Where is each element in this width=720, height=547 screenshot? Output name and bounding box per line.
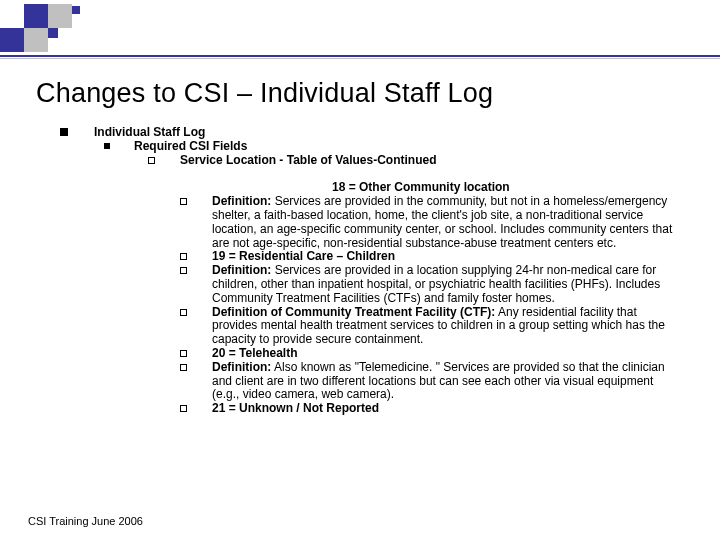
bullet-level-1: Individual Staff Log: [60, 126, 680, 140]
slide: Changes to CSI – Individual Staff Log In…: [0, 0, 720, 547]
square-bullet-icon: [104, 143, 112, 151]
definition-row: 21 = Unknown / Not Reported: [180, 402, 680, 416]
open-square-bullet-icon: [180, 364, 188, 372]
footer-text: CSI Training June 2006: [28, 515, 143, 527]
svg-rect-9: [181, 406, 187, 412]
definition-text: Definition of Community Treatment Facili…: [212, 306, 680, 347]
definition-row: Definition of Community Treatment Facili…: [180, 306, 680, 347]
open-square-bullet-icon: [180, 198, 188, 206]
definitions-block: 18 = Other Community location Definition…: [180, 181, 680, 416]
definition-row: Definition: Services are provided in the…: [180, 195, 680, 250]
divider-line-dark: [0, 55, 720, 57]
divider-line-light: [0, 58, 720, 59]
level2-text: Required CSI Fields: [134, 140, 247, 154]
svg-rect-3: [181, 199, 187, 205]
slide-content: Individual Staff Log Required CSI Fields…: [60, 126, 680, 416]
open-square-bullet-icon: [180, 253, 188, 261]
definition-row: Definition: Also known as "Telemedicine.…: [180, 361, 680, 402]
level3-text: Service Location - Table of Values-Conti…: [180, 154, 437, 168]
definition-row: 20 = Telehealth: [180, 347, 680, 361]
svg-rect-8: [181, 364, 187, 370]
open-square-bullet-icon: [180, 267, 188, 275]
definition-text: Definition: Services are provided in a l…: [212, 264, 680, 305]
slide-title: Changes to CSI – Individual Staff Log: [36, 78, 493, 109]
bullet-level-3: Service Location - Table of Values-Conti…: [148, 154, 680, 168]
level1-text: Individual Staff Log: [94, 126, 205, 140]
definition-text: Definition: Also known as "Telemedicine.…: [212, 361, 680, 402]
definition-text: 19 = Residential Care – Children: [212, 250, 680, 264]
open-square-bullet-icon: [180, 350, 188, 358]
open-square-bullet-icon: [180, 405, 188, 413]
svg-rect-5: [181, 268, 187, 274]
svg-rect-1: [104, 143, 110, 149]
code-18-text: 18 = Other Community location: [332, 180, 510, 194]
square-bullet-icon: [60, 128, 70, 138]
definition-text: Definition: Services are provided in the…: [212, 195, 680, 250]
bullet-level-2: Required CSI Fields: [104, 140, 680, 154]
svg-rect-6: [181, 309, 187, 315]
svg-rect-4: [181, 254, 187, 260]
svg-rect-0: [60, 128, 68, 136]
svg-rect-7: [181, 350, 187, 356]
definition-row: Definition: Services are provided in a l…: [180, 264, 680, 305]
definition-text: 20 = Telehealth: [212, 347, 680, 361]
definition-text: 21 = Unknown / Not Reported: [212, 402, 680, 416]
code-18-label: 18 = Other Community location: [332, 181, 680, 195]
definition-row: 19 = Residential Care – Children: [180, 250, 680, 264]
svg-rect-2: [149, 157, 155, 163]
open-square-bullet-icon: [148, 157, 156, 165]
open-square-bullet-icon: [180, 309, 188, 317]
